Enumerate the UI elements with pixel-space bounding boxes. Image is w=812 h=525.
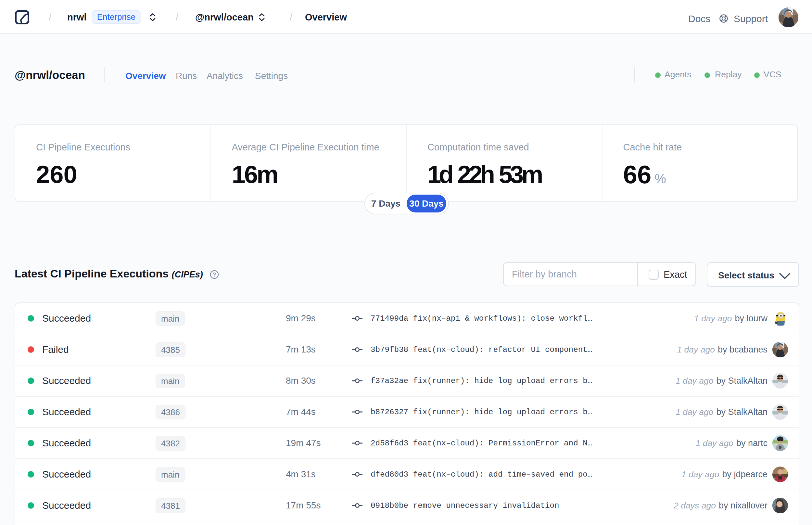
svg-text:?: ? (213, 272, 216, 278)
